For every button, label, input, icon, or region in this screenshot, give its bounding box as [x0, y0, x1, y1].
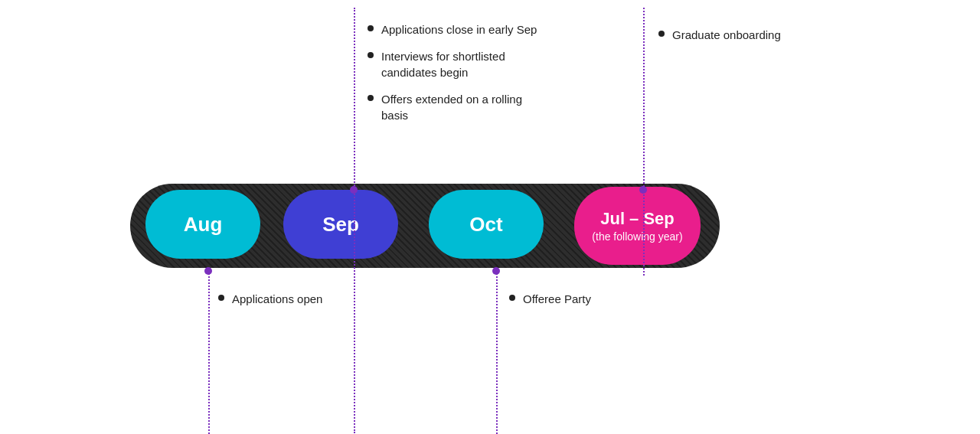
dotted-line-oct [496, 268, 498, 434]
bullet-icon [658, 31, 665, 37]
month-sep-bubble: Sep [283, 190, 398, 259]
list-item: Interviews for shortlisted candidates be… [368, 48, 551, 80]
bullet-icon [368, 95, 374, 101]
info-oct-item-0: Offeree Party [523, 291, 591, 307]
dotted-line-jul [643, 8, 645, 276]
month-oct-bubble: Oct [429, 190, 544, 259]
bullet-icon [368, 52, 374, 58]
list-item: Graduate onboarding [658, 27, 812, 43]
list-item: Offers extended on a rolling basis [368, 91, 551, 123]
info-sep-item-1: Interviews for shortlisted candidates be… [381, 48, 551, 80]
info-box-sep: Applications close in early Sep Intervie… [368, 21, 551, 134]
month-aug-label: Aug [184, 213, 223, 237]
list-item: Applications open [218, 291, 371, 307]
bullet-icon [368, 25, 374, 31]
info-sep-item-2: Offers extended on a rolling basis [381, 91, 551, 123]
bullet-icon [509, 295, 515, 301]
info-box-oct-below: Offeree Party [509, 291, 647, 318]
connector-dot-aug-bottom [204, 267, 212, 275]
info-sep-item-0: Applications close in early Sep [381, 21, 537, 38]
dotted-line-sep [354, 8, 355, 433]
connector-dot-oct-bottom [492, 267, 500, 275]
connector-dot-jul-top [639, 186, 647, 194]
month-jul-sep-label: Jul – Sep [600, 208, 675, 230]
timeline-canvas: Aug Sep Oct Jul – Sep (the following yea… [0, 0, 980, 434]
month-jul-sep-bubble: Jul – Sep (the following year) [574, 187, 701, 265]
list-item: Offeree Party [509, 291, 647, 307]
list-item: Applications close in early Sep [368, 21, 551, 38]
connector-dot-sep-top [350, 186, 358, 194]
info-aug-item-0: Applications open [232, 291, 322, 307]
bullet-icon [218, 295, 224, 301]
info-box-jul: Graduate onboarding [658, 27, 812, 54]
info-box-aug-below: Applications open [218, 291, 371, 318]
month-jul-sep-sub: (the following year) [592, 230, 682, 243]
month-aug-bubble: Aug [145, 190, 260, 259]
info-jul-item-0: Graduate onboarding [672, 27, 781, 43]
month-oct-label: Oct [469, 213, 502, 237]
dotted-line-aug [208, 268, 210, 434]
